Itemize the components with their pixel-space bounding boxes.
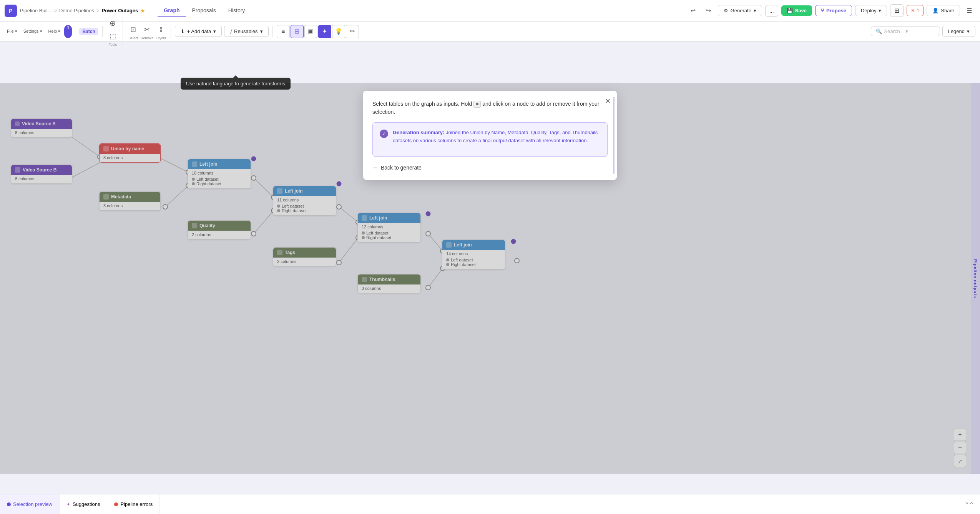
tab-history[interactable]: History [222,5,251,17]
more-button[interactable]: ... [765,5,778,17]
generate-chevron-icon: ▾ [754,8,756,13]
tab-graph[interactable]: Graph [158,5,186,17]
share-icon: 👤 [932,8,938,13]
legend-chevron-icon: ▾ [967,28,970,34]
breadcrumb-current: Power Outages [102,8,138,13]
add-data-icon: ⬇ [181,28,185,34]
select-button[interactable]: ⊡ [127,23,140,36]
remove-label: Remove [141,36,154,40]
modal-kbd: ⌘ [473,101,481,108]
layout-button[interactable] [154,23,168,36]
add-data-button[interactable]: ⬇ + Add data ▾ [175,26,222,37]
lasso-tool-button[interactable]: ⬚ [106,30,120,43]
select-tool-button[interactable]: ⊕ [106,17,120,30]
undo-button[interactable]: ↩ [687,5,699,17]
transform-box-button[interactable]: ▣ [304,25,317,38]
bottom-bar: Selection preview ✦ Suggestions Pipeline… [0,494,980,514]
transform-light-button[interactable]: 💡 [332,25,345,38]
notification-badge: 1 [64,25,72,38]
tools-group: ⊕ ⬚ Tools [106,17,123,47]
generation-modal: ✕ Select tables on the graph as inputs. … [363,91,617,180]
select-label: Select [128,36,138,40]
file-menu-button[interactable]: File ▾ [5,25,20,38]
breadcrumb-demo[interactable]: Demo Pipelines [59,8,94,13]
help-menu-button[interactable]: Help ▾ [46,25,63,38]
save-icon: 💾 [787,8,793,13]
transform-buttons: ≡ ⊞ ▣ ✦ 💡 ✏ [277,25,359,38]
transform-grid-button[interactable]: ⊞ [291,25,304,38]
breadcrumb-sep1: > [54,8,57,13]
collapse-button[interactable]: ⌃⌃ [963,498,975,511]
modal-overlay[interactable]: ✕ Select tables on the graph as inputs. … [0,83,980,474]
suggestions-icon: ✦ [66,502,70,507]
redo-button[interactable]: ↪ [703,5,715,17]
sidebar-toggle-button[interactable]: ☰ [963,5,975,17]
generation-summary: ✓ Generation summary: Joined the Union b… [372,122,608,157]
back-to-generate-button[interactable]: ← Back to generate [372,165,422,171]
canvas-area[interactable]: Video Source A 8 columns Video Source B … [0,42,980,494]
tools-label: Tools [109,43,117,47]
share-button[interactable]: 👤 Share [927,5,960,16]
breadcrumb: Pipeline Buil... > Demo Pipelines > Powe… [20,8,145,14]
legend-label: Legend [948,28,965,34]
add-data-chevron-icon: ▾ [213,28,216,34]
propose-icon: ⑂ [821,8,824,13]
top-nav-tabs: Graph Proposals History [158,5,251,17]
selection-preview-icon [7,502,11,506]
deploy-button[interactable]: Deploy ▾ [855,5,887,16]
x1-button[interactable]: ✕ 1 [907,5,924,16]
grid-button[interactable]: ⊞ [890,4,904,17]
top-bar: P Pipeline Buil... > Demo Pipelines > Po… [0,0,980,22]
breadcrumb-sep2: > [96,8,100,13]
reusables-chevron-icon: ▾ [260,28,263,34]
scrollbar[interactable] [613,97,615,174]
generate-icon: ⚙ [724,8,728,13]
legend-button[interactable]: Legend ▾ [942,26,975,37]
generate-button[interactable]: ⚙ Generate ▾ [718,5,762,16]
back-arrow-icon: ← [372,165,378,171]
top-bar-right: ↩ ↪ ⚙ Generate ▾ ... 💾 Save ⑂ Propose De… [687,4,975,17]
modal-close-button[interactable]: ✕ [605,97,611,105]
pipeline-errors-icon [114,502,118,506]
select-remove-group: ⊡ Select ✂ Remove Layout [127,23,171,40]
tab-selection-preview[interactable]: Selection preview [0,494,60,514]
bottom-right: ⌃⌃ [963,498,980,511]
deploy-chevron-icon: ▾ [879,8,881,13]
propose-button[interactable]: ⑂ Propose [815,5,852,16]
modal-instruction: Select tables on the graph as inputs. Ho… [372,100,608,116]
star-icon[interactable]: ★ [140,8,145,14]
breadcrumb-pipeline[interactable]: Pipeline Buil... [20,8,51,13]
tab-suggestions[interactable]: ✦ Suggestions [60,494,108,514]
settings-menu-button[interactable]: Settings ▾ [21,25,45,38]
tab-pipeline-errors[interactable]: Pipeline errors [107,494,160,514]
batch-badge: Batch [79,28,98,35]
ai-generate-button[interactable]: ✦ [318,25,331,38]
search-icon: 🔍 [876,28,882,34]
generation-summary-text: Generation summary: Joined the Union by … [393,129,600,145]
app-logo: P [5,5,17,17]
transform-list-button[interactable]: ≡ [277,25,290,38]
layout-label: Layout [156,36,166,40]
transform-pen-button[interactable]: ✏ [346,25,359,38]
reusables-button[interactable]: ƒ Reusables ▾ [224,26,268,37]
search-chevron-icon: ▾ [905,28,908,34]
remove-button[interactable]: ✂ [141,23,154,36]
search-bar: 🔍 Search ▾ [871,27,940,36]
tab-proposals[interactable]: Proposals [186,5,222,17]
toolbar2: File ▾ Settings ▾ Help ▾ 1 Batch ⊕ ⬚ Too… [0,22,980,42]
save-button[interactable]: 💾 Save [781,5,812,16]
check-icon: ✓ [380,130,388,138]
